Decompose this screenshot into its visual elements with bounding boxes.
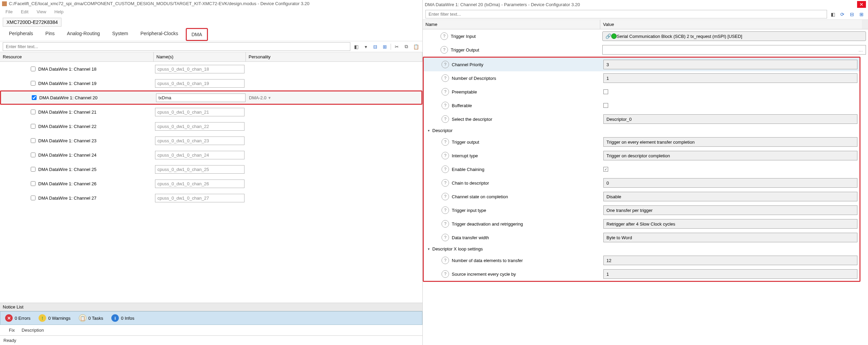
tab-analog-routing[interactable]: Analog-Routing	[62, 28, 105, 41]
name-field[interactable]	[156, 94, 246, 102]
link-icon[interactable]: 🔗	[605, 33, 611, 39]
checkbox[interactable]: ✓	[603, 167, 608, 172]
resource-row[interactable]: DMA DataWire 1: Channel 20DMA-2.0▾	[0, 90, 422, 105]
refresh-icon[interactable]: ⟳	[839, 11, 846, 18]
scrollbar[interactable]	[862, 20, 868, 29]
menu-file[interactable]: File	[5, 9, 13, 14]
expand-icon[interactable]: ⊞	[858, 11, 865, 18]
help-icon[interactable]: ?	[442, 234, 449, 241]
hdr-resource[interactable]: Resource	[0, 52, 154, 61]
tab-dma[interactable]: DMA	[186, 28, 208, 41]
value-box[interactable]: 12	[603, 256, 857, 265]
value-box[interactable]: Disable	[603, 192, 857, 201]
help-icon[interactable]: ?	[442, 179, 449, 187]
help-icon[interactable]: ?	[442, 61, 449, 68]
menu-help[interactable]: Help	[54, 9, 64, 14]
help-icon[interactable]: ?	[442, 152, 449, 159]
tab-peripheral-clocks[interactable]: Peripheral-Clocks	[136, 28, 183, 41]
menu-edit[interactable]: Edit	[21, 9, 28, 14]
tab-pins[interactable]: Pins	[41, 28, 59, 41]
help-icon[interactable]: ?	[442, 102, 449, 109]
enable-checkbox[interactable]	[32, 95, 37, 100]
value-box[interactable]: Byte to Word	[603, 233, 857, 242]
enable-checkbox[interactable]	[31, 124, 36, 129]
checkbox[interactable]	[603, 89, 608, 94]
value-box[interactable]: Retrigger after 4 Slow Clock cycles	[603, 219, 857, 229]
more-icon[interactable]: …	[858, 47, 863, 53]
help-icon[interactable]: ?	[442, 115, 449, 123]
name-field[interactable]	[155, 108, 244, 116]
paste-icon[interactable]: 📋	[412, 43, 420, 51]
name-field[interactable]	[155, 151, 244, 159]
cut-icon[interactable]: ✂	[393, 43, 401, 51]
resource-row[interactable]: DMA DataWire 1: Channel 25	[0, 162, 422, 176]
help-icon[interactable]: ?	[442, 88, 449, 96]
value-box[interactable]: 1	[603, 269, 857, 279]
expand-icon[interactable]: ⊞	[381, 43, 389, 51]
chevron-down-icon[interactable]: ▾	[268, 95, 271, 100]
menu-view[interactable]: View	[37, 9, 46, 14]
resource-row[interactable]: DMA DataWire 1: Channel 21	[0, 105, 422, 119]
right-filter-input[interactable]	[425, 10, 827, 18]
collapse-icon[interactable]: ⊟	[848, 11, 856, 18]
hdr-name[interactable]: Name	[423, 20, 600, 29]
tab-peripherals[interactable]: Peripherals	[4, 28, 38, 41]
enable-checkbox[interactable]	[31, 153, 36, 157]
copy-icon[interactable]: ⧉	[403, 43, 410, 51]
help-icon[interactable]: ?	[440, 46, 448, 54]
eraser-icon[interactable]: ◧	[352, 43, 360, 51]
hdr-personality[interactable]: Personality	[246, 52, 422, 61]
name-field[interactable]	[155, 65, 244, 73]
help-icon[interactable]: ?	[440, 32, 448, 40]
help-icon[interactable]: ?	[442, 206, 449, 214]
help-icon[interactable]: ?	[442, 257, 449, 264]
help-icon[interactable]: ?	[442, 193, 449, 200]
param-group[interactable]: ▾Descriptor	[424, 126, 859, 135]
value-box[interactable]: Trigger on every element transfer comple…	[603, 137, 857, 147]
name-field[interactable]	[155, 194, 244, 202]
help-icon[interactable]: ?	[442, 138, 449, 146]
name-field[interactable]	[155, 122, 244, 131]
help-icon[interactable]: ?	[442, 166, 449, 173]
resource-row[interactable]: DMA DataWire 1: Channel 26	[0, 176, 422, 191]
desc-col[interactable]: Description	[22, 328, 44, 333]
value-box[interactable]: 0	[603, 178, 857, 188]
resource-row[interactable]: DMA DataWire 1: Channel 18	[0, 62, 422, 76]
eraser-icon[interactable]: ◧	[829, 11, 837, 18]
help-icon[interactable]: ?	[442, 270, 449, 278]
fix-col[interactable]: Fix	[9, 328, 15, 333]
enable-checkbox[interactable]	[31, 138, 36, 143]
value-box[interactable]: 3	[603, 60, 857, 69]
value-box[interactable]: Descriptor_0	[603, 114, 857, 124]
tab-system[interactable]: System	[108, 28, 133, 41]
device-chip[interactable]: XMC7200D-E272K8384	[3, 18, 61, 27]
tasks-count[interactable]: 📋0 Tasks	[79, 314, 103, 322]
resource-row[interactable]: DMA DataWire 1: Channel 24	[0, 148, 422, 162]
value-box[interactable]: One transfer per trigger	[603, 205, 857, 215]
enable-checkbox[interactable]	[31, 196, 36, 200]
funnel-icon[interactable]: ▾	[362, 43, 369, 51]
enable-checkbox[interactable]	[31, 67, 36, 71]
value-box[interactable]: Trigger on descriptor completion	[603, 151, 857, 160]
close-button[interactable]: ✕	[857, 1, 866, 8]
enable-checkbox[interactable]	[31, 181, 36, 186]
name-field[interactable]	[155, 136, 244, 145]
name-field[interactable]	[155, 179, 244, 188]
warnings-count[interactable]: !0 Warnings	[39, 314, 70, 322]
collapse-icon[interactable]: ⊟	[372, 43, 379, 51]
value-box[interactable]: …	[602, 45, 866, 55]
hdr-value[interactable]: Value	[600, 20, 862, 29]
infos-count[interactable]: i0 Infos	[111, 314, 134, 322]
enable-checkbox[interactable]	[31, 167, 36, 172]
hdr-names[interactable]: Name(s)	[154, 52, 246, 61]
resource-row[interactable]: DMA DataWire 1: Channel 27	[0, 191, 422, 205]
resource-row[interactable]: DMA DataWire 1: Channel 19	[0, 76, 422, 90]
help-icon[interactable]: ?	[442, 74, 449, 82]
value-box[interactable]: 1	[603, 73, 857, 83]
errors-count[interactable]: ✕0 Errors	[5, 314, 30, 322]
enable-checkbox[interactable]	[31, 110, 36, 114]
resource-row[interactable]: DMA DataWire 1: Channel 22	[0, 119, 422, 133]
left-filter-input[interactable]	[3, 42, 350, 51]
help-icon[interactable]: ?	[442, 220, 449, 228]
name-field[interactable]	[155, 165, 244, 174]
